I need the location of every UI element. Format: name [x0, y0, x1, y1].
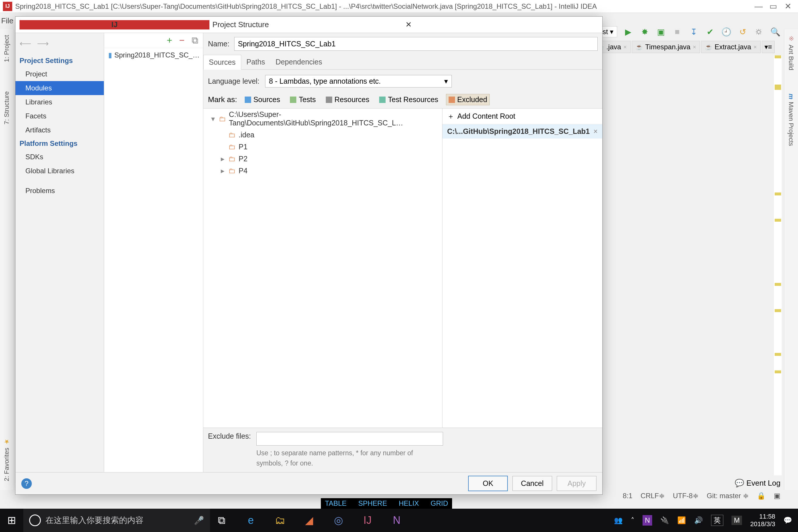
tree-root-item[interactable]: ▾🗀C:\Users\Super-Tang\Documents\GitHub\S… — [203, 109, 442, 129]
nav-item-facets[interactable]: Facets — [16, 109, 104, 123]
dialog-close-button[interactable]: ✕ — [402, 20, 598, 30]
vcs-update-icon[interactable]: ↧ — [688, 26, 699, 37]
nav-item-global-libraries[interactable]: Global Libraries — [16, 164, 104, 178]
content-root-item[interactable]: C:\...GitHub\Spring2018_HITCS_SC_Lab1× — [442, 124, 602, 138]
onenote-icon[interactable]: N — [385, 509, 408, 532]
ime-mode[interactable]: M — [732, 516, 742, 525]
module-list-item[interactable]: ▮ Spring2018_HITCS_SC_… — [104, 48, 203, 62]
copy-module-icon[interactable]: ⧉ — [192, 35, 198, 46]
search-icon[interactable]: 🔍 — [770, 26, 780, 37]
tab-dependencies[interactable]: Dependencies — [270, 55, 327, 70]
matlab-icon[interactable]: ◢ — [298, 509, 321, 532]
nav-item-project[interactable]: Project — [16, 67, 104, 81]
lock-icon[interactable]: 🔒 — [757, 492, 766, 500]
start-button[interactable]: ⊞ — [0, 509, 23, 532]
file-explorer-icon[interactable]: 🗂 — [268, 509, 292, 532]
remove-module-icon[interactable]: − — [179, 35, 185, 46]
add-module-icon[interactable]: + — [167, 35, 172, 46]
close-tab-icon[interactable]: × — [623, 44, 627, 51]
editor-tab[interactable]: ☕Extract.java× — [701, 41, 761, 53]
ok-button[interactable]: OK — [468, 476, 508, 491]
wechat-icon[interactable]: ◎ — [327, 509, 350, 532]
editor-tabs: ☕.java× ☕Timespan.java× ☕Extract.java× ▾… — [593, 41, 775, 53]
tray-chevron-icon[interactable]: ˄ — [631, 516, 634, 525]
tab-overflow[interactable]: ▾≡ — [762, 41, 775, 53]
intellij-taskbar-icon[interactable]: IJ — [356, 509, 379, 532]
vcs-commit-icon[interactable]: ✔ — [705, 26, 715, 37]
line-separator[interactable]: CRLF≑ — [641, 492, 665, 500]
editor-tab[interactable]: ☕Timespan.java× — [632, 41, 700, 53]
chevron-down-icon[interactable]: ▾ — [210, 115, 216, 123]
nav-item-sdks[interactable]: SDKs — [16, 150, 104, 164]
java-file-icon: ☕ — [635, 43, 643, 51]
power-icon[interactable]: 🔌 — [660, 516, 669, 525]
volume-icon[interactable]: 🔊 — [694, 516, 703, 525]
module-name-input[interactable] — [234, 37, 597, 51]
tree-item[interactable]: 🗀.idea — [203, 129, 442, 141]
side-tab-maven[interactable]: mMaven Projects — [784, 88, 798, 152]
menu-file[interactable]: File — [1, 16, 14, 25]
nav-item-modules[interactable]: Modules — [16, 81, 104, 95]
task-view-button[interactable]: ⧉ — [210, 509, 233, 532]
tree-item[interactable]: ▸🗀P4 — [203, 165, 442, 177]
close-window-button[interactable]: ✕ — [780, 1, 795, 12]
overlay-label[interactable]: GRID — [431, 499, 448, 508]
taskbar-search[interactable]: 在这里输入你要搜索的内容 🎤 — [23, 509, 210, 532]
mark-tests-button[interactable]: Tests — [288, 94, 318, 105]
clock[interactable]: 11:58 2018/3/3 — [750, 513, 775, 528]
help-button[interactable]: ? — [21, 478, 32, 489]
close-tab-icon[interactable]: × — [693, 44, 696, 51]
side-tab-structure[interactable]: 7: Structure — [0, 86, 14, 130]
language-level-dropdown[interactable]: 8 - Lambdas, type annotations etc. ▾ — [265, 75, 452, 88]
revert-icon[interactable]: ↺ — [737, 26, 748, 37]
overlay-label[interactable]: TABLE — [325, 499, 346, 508]
chevron-right-icon[interactable]: ▸ — [220, 167, 226, 175]
apply-button[interactable]: Apply — [557, 476, 596, 491]
minimize-button[interactable]: — — [751, 1, 766, 12]
cancel-button[interactable]: Cancel — [512, 476, 552, 491]
memory-indicator-icon[interactable]: ▣ — [774, 492, 780, 500]
people-icon[interactable]: 👥 — [614, 516, 623, 525]
remove-root-icon[interactable]: × — [593, 127, 597, 136]
debug-icon[interactable]: ✸ — [639, 26, 650, 37]
coverage-icon[interactable]: ▣ — [656, 26, 666, 37]
overlay-label[interactable]: SPHERE — [358, 499, 387, 508]
mark-excluded-button[interactable]: Excluded — [446, 94, 490, 105]
git-branch[interactable]: Git: master ≑ — [707, 492, 749, 500]
tab-paths[interactable]: Paths — [241, 55, 270, 70]
mic-icon[interactable]: 🎤 — [194, 516, 204, 525]
tree-item[interactable]: 🗀P1 — [203, 141, 442, 153]
chevron-right-icon[interactable]: ▸ — [220, 155, 226, 163]
overlay-label[interactable]: HELIX — [399, 499, 419, 508]
action-center-icon[interactable]: 💬 — [783, 516, 792, 525]
wifi-icon[interactable]: 📶 — [677, 516, 686, 525]
exclude-files-input[interactable] — [256, 432, 443, 446]
excluded-color-icon — [449, 97, 455, 103]
onenote-tray-icon[interactable]: N — [643, 515, 652, 526]
nav-back-icon[interactable]: ⟵ — [20, 39, 31, 49]
caret-position[interactable]: 8:1 — [623, 492, 632, 500]
side-tab-project[interactable]: 1: Project — [0, 29, 14, 68]
nav-item-problems[interactable]: Problems — [16, 184, 104, 198]
run-icon[interactable]: ▶ — [623, 26, 633, 37]
vcs-history-icon[interactable]: 🕘 — [721, 26, 732, 37]
mark-resources-button[interactable]: Resources — [323, 94, 372, 105]
side-tab-favorites[interactable]: 2: Favorites★ — [0, 432, 14, 487]
mark-sources-button[interactable]: Sources — [242, 94, 283, 105]
settings-icon[interactable]: ⛭ — [754, 26, 764, 37]
nav-item-libraries[interactable]: Libraries — [16, 95, 104, 109]
close-tab-icon[interactable]: × — [753, 44, 757, 51]
tab-sources[interactable]: Sources — [203, 55, 241, 70]
file-encoding[interactable]: UTF-8≑ — [673, 492, 699, 500]
nav-forward-icon[interactable]: ⟶ — [37, 39, 49, 49]
stop-icon[interactable]: ■ — [672, 26, 683, 37]
add-content-root-button[interactable]: ＋Add Content Root — [442, 109, 602, 124]
nav-item-artifacts[interactable]: Artifacts — [16, 123, 104, 137]
tree-item[interactable]: ▸🗀P2 — [203, 153, 442, 165]
side-tab-ant[interactable]: ※Ant Build — [784, 29, 798, 76]
edge-icon[interactable]: e — [239, 509, 263, 532]
event-log-button[interactable]: 💬 Event Log — [735, 479, 780, 488]
ime-lang[interactable]: 英 — [711, 515, 723, 526]
mark-testresources-button[interactable]: Test Resources — [377, 94, 440, 105]
maximize-button[interactable]: ▭ — [766, 1, 780, 12]
